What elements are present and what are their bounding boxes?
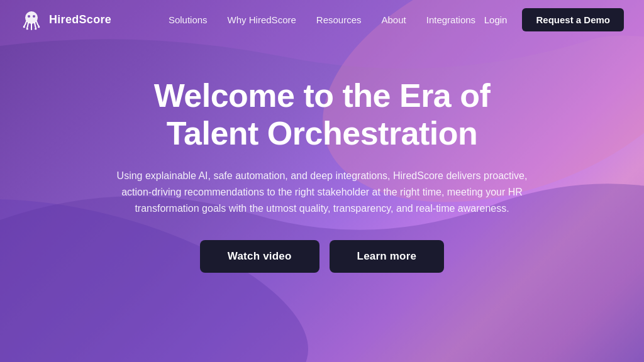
nav-item-integrations[interactable]: Integrations: [426, 14, 475, 25]
request-demo-button[interactable]: Request a Demo: [522, 8, 624, 31]
nav-item-resources[interactable]: Resources: [316, 14, 362, 25]
svg-point-3: [28, 15, 30, 18]
logo-text: HiredScore: [49, 13, 111, 26]
svg-point-2: [25, 11, 38, 24]
watch-video-button[interactable]: Watch video: [200, 240, 319, 273]
nav-item-why-hiredscore[interactable]: Why HiredScore: [228, 14, 296, 25]
login-link[interactable]: Login: [484, 14, 508, 25]
hero-subtitle: Using explainable AI, safe automation, a…: [114, 168, 530, 217]
nav-right: Login Request a Demo: [484, 8, 624, 31]
nav-item-about[interactable]: About: [382, 14, 406, 25]
svg-point-4: [33, 15, 35, 18]
nav-links: Solutions Why HiredScore Resources About…: [169, 14, 475, 25]
logo[interactable]: HiredScore: [20, 9, 111, 31]
nav-item-solutions[interactable]: Solutions: [169, 14, 208, 25]
learn-more-button[interactable]: Learn more: [330, 240, 445, 273]
hero-title: Welcome to the Era of Talent Orchestrati…: [114, 77, 530, 153]
hero-section: HiredScore Solutions Why HiredScore Reso…: [0, 0, 644, 362]
octopus-icon: [20, 9, 43, 31]
hero-content: Welcome to the Era of Talent Orchestrati…: [39, 77, 605, 273]
navbar: HiredScore Solutions Why HiredScore Reso…: [0, 0, 644, 40]
hero-buttons: Watch video Learn more: [200, 240, 444, 273]
